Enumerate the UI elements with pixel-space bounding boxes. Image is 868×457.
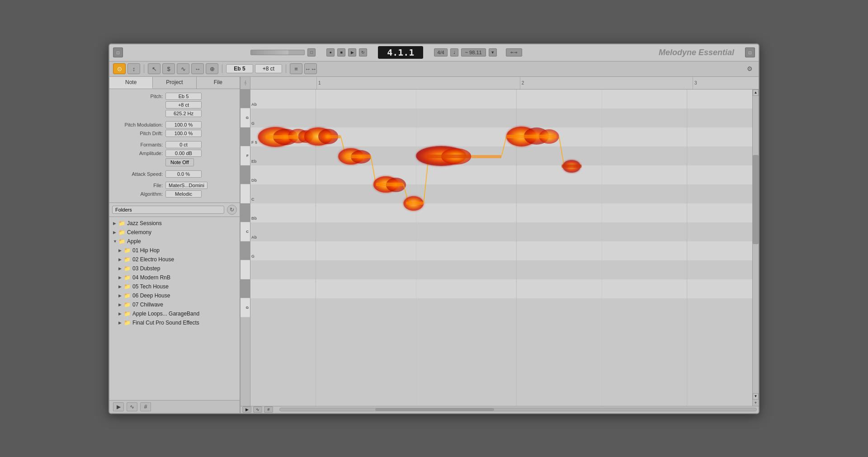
time-sig[interactable]: 4/4	[434, 48, 447, 57]
settings-btn[interactable]: ⚙	[744, 63, 755, 74]
h-scrollbar-track[interactable]	[279, 408, 757, 411]
cent-row: +8 ct	[113, 101, 236, 108]
key-f5[interactable]: F	[241, 146, 250, 165]
tree-item-jazz[interactable]: ▶ 📁 Jazz Sessions	[109, 219, 240, 228]
collapse-btn[interactable]: □	[307, 48, 316, 57]
bottom-tool-2[interactable]: ∿	[127, 402, 137, 411]
scroll-up-arrow[interactable]: ▲	[753, 90, 759, 96]
svg-rect-28	[346, 155, 371, 158]
key-bb[interactable]	[241, 241, 250, 260]
pitch-mod-value[interactable]: 100.0 %	[165, 121, 202, 128]
svg-rect-4	[250, 165, 752, 184]
play-btn[interactable]: ▶	[348, 48, 356, 57]
position-display: 4.1.1	[378, 46, 423, 59]
key-db[interactable]	[241, 203, 250, 222]
key-c[interactable]: C	[241, 222, 250, 241]
tree-item-hiphop[interactable]: ▶ 📁 01 Hip Hop	[109, 246, 240, 255]
tree-arrow-techhouse: ▶	[118, 284, 123, 289]
note-label-c: C	[251, 197, 255, 202]
key-fs[interactable]	[241, 127, 250, 146]
hz-value[interactable]: 625.2 Hz	[165, 110, 202, 117]
tree-item-apple[interactable]: ▼ 📁 Apple	[109, 237, 240, 246]
tree-arrow-modernrnb: ▶	[118, 275, 123, 280]
pitch-tool-btn[interactable]: ↕	[127, 63, 140, 74]
scroll-down-arrow[interactable]: ▼	[753, 393, 759, 400]
browser-dropdown[interactable]: Folders	[112, 206, 224, 214]
tree-item-finalcut[interactable]: ▶ 📁 Final Cut Pro Sound Effects	[109, 318, 240, 327]
tempo-down-btn[interactable]: ▼	[489, 48, 497, 57]
tree-item-modernrnb[interactable]: ▶ 📁 04 Modern RnB	[109, 273, 240, 282]
distribute-btn[interactable]: ↔↔	[304, 63, 317, 74]
loop-btn[interactable]: ↻	[359, 48, 367, 57]
ruler[interactable]: 1 2 3	[250, 77, 759, 89]
key-ab-low[interactable]	[241, 279, 250, 298]
h-scrollbar-thumb[interactable]	[375, 408, 495, 411]
tree-item-garageband[interactable]: ▶ 📁 Apple Loops... GarageBand	[109, 309, 240, 318]
nudge-btn[interactable]: ⇐⇒	[506, 48, 522, 57]
browser-refresh-btn[interactable]: ↻	[227, 205, 237, 215]
pitch-label: Pitch:	[113, 94, 163, 99]
tree-item-techhouse[interactable]: ▶ 📁 05 Tech House	[109, 282, 240, 291]
tab-project[interactable]: Project	[153, 77, 196, 89]
note-label-ab: Ab	[251, 102, 257, 107]
algorithm-value: Melodic	[165, 190, 202, 198]
key-g-low[interactable]: G	[241, 298, 250, 317]
transport-track[interactable]	[250, 50, 305, 55]
tree-item-electrohouse[interactable]: ▶ 📁 02 Electro House	[109, 255, 240, 264]
split-tool-btn[interactable]: ⊕	[206, 63, 218, 74]
note-grid[interactable]: Ab G F 5 Eb Db C Bb Ab G	[250, 90, 752, 406]
window-icon[interactable]: □	[113, 47, 123, 57]
key-g[interactable]: G	[241, 108, 250, 127]
select-tool-btn[interactable]: ⊙	[113, 63, 126, 74]
attack-speed-value[interactable]: 0.0 %	[165, 170, 202, 178]
top-bar: □ □ ● ■ ▶ ↻ 4.1.1 4/4 ♩ ~ 98.11 ▼ ⇐⇒ M	[109, 44, 759, 61]
time-tool-btn[interactable]: ↔	[191, 63, 204, 74]
tab-note[interactable]: Note	[109, 77, 153, 89]
bottom-tool-3[interactable]: #	[140, 402, 151, 411]
tool-sep-1	[144, 64, 144, 73]
zoom-out-btn[interactable]: ∿	[253, 406, 262, 413]
cent-value[interactable]: +8 ct	[165, 101, 202, 108]
piano-roll-area: 𝄞 1 2 3 G	[241, 77, 759, 413]
tree-item-chillwave[interactable]: ▶ 📁 07 Chillwave	[109, 300, 240, 309]
amplitude-label: Amplitude:	[113, 151, 163, 156]
key-eb[interactable]	[241, 165, 250, 184]
right-scrollbar[interactable]: ▲ ▼ +	[752, 90, 759, 406]
pitch-drift-label: Pitch Drift:	[113, 131, 163, 136]
folder-icon-garageband: 📁	[124, 311, 131, 317]
pitch-drift-value[interactable]: 100.0 %	[165, 130, 202, 137]
scroll-track[interactable]	[753, 96, 759, 393]
tab-file[interactable]: File	[197, 77, 240, 89]
note-label-f5: F 5	[251, 140, 257, 145]
tree-item-dubstep[interactable]: ▶ 📁 03 Dubstep	[109, 264, 240, 273]
scroll-thumb[interactable]	[753, 155, 759, 244]
arrow-tool-btn[interactable]: ↖	[148, 63, 160, 74]
formants-value[interactable]: 0 ct	[165, 141, 202, 148]
tree-arrow-dubstep: ▶	[118, 266, 123, 271]
ruler-mark-1: 1	[316, 77, 321, 89]
waveform-tool-btn[interactable]: ∿	[177, 63, 189, 74]
window-expand-icon[interactable]: □	[745, 47, 755, 57]
key-ab-high[interactable]	[241, 90, 250, 108]
folder-icon-jazz: 📁	[118, 220, 125, 226]
bottom-tool-1[interactable]: ▶	[113, 402, 124, 411]
toolbar: ⊙ ↕ ↖ $ ∿ ↔ ⊕ Eb 5 +8 ct ≡ ↔↔ ⚙	[109, 61, 759, 77]
note-off-button[interactable]: Note Off	[165, 158, 194, 166]
tree-item-celemony[interactable]: ▶ 📁 Celemony	[109, 228, 240, 237]
snap-btn[interactable]: #	[264, 406, 273, 413]
amplitude-tool-btn[interactable]: $	[162, 63, 175, 74]
key-a[interactable]	[241, 260, 250, 279]
quantize-btn[interactable]: ≡	[290, 63, 302, 74]
tree-item-deephouse[interactable]: ▶ 📁 06 Deep House	[109, 291, 240, 300]
record-btn[interactable]: ●	[326, 48, 335, 57]
pitch-drift-row: Pitch Drift: 100.0 %	[113, 130, 236, 137]
stop-btn[interactable]: ■	[337, 48, 345, 57]
metronome-btn[interactable]: ♩	[450, 48, 458, 57]
key-d[interactable]	[241, 184, 250, 203]
zoom-in-btn[interactable]: ▶	[242, 406, 251, 413]
pitch-value[interactable]: Eb 5	[165, 93, 202, 100]
amplitude-value[interactable]: 0.00 dB	[165, 150, 202, 157]
file-value: MaterS...Domini	[165, 182, 208, 189]
tempo-display[interactable]: ~ 98.11	[461, 48, 486, 57]
scroll-bottom-btn[interactable]: +	[753, 400, 759, 406]
